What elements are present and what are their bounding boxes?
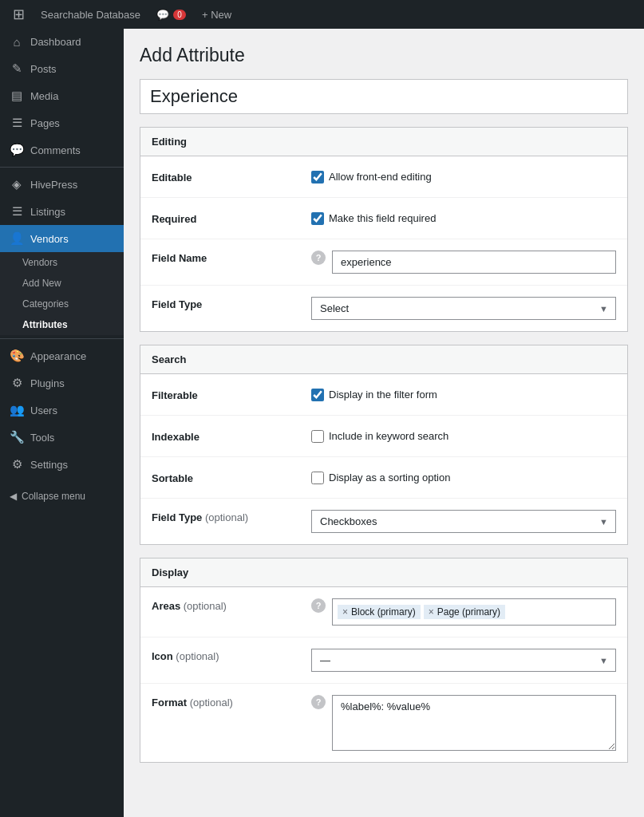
sidebar-sub-vendors[interactable]: Vendors xyxy=(0,252,124,273)
filterable-checkbox-text: Display in the filter form xyxy=(329,389,437,401)
sidebar-item-appearance[interactable]: 🎨 Appearance xyxy=(0,342,124,369)
sidebar-label-comments: Comments xyxy=(30,144,81,156)
field-type-editing-control: Select Text Textarea Number Checkbox Che… xyxy=(311,297,616,320)
sidebar-item-tools[interactable]: 🔧 Tools xyxy=(0,424,124,451)
areas-help-icon[interactable]: ? xyxy=(311,598,326,613)
collapse-icon: ◀ xyxy=(10,491,17,502)
media-icon: ▤ xyxy=(10,89,24,103)
sidebar-label-settings: Settings xyxy=(30,459,68,471)
sidebar: ⌂ Dashboard ✎ Posts ▤ Media ☰ Pages 💬 Co… xyxy=(0,29,124,817)
format-label: Format (optional) xyxy=(152,695,311,708)
sidebar-label-appearance: Appearance xyxy=(30,350,86,362)
new-bar-item[interactable]: + New xyxy=(196,0,238,29)
sidebar-sub-add-new[interactable]: Add New xyxy=(0,273,124,294)
sidebar-item-users[interactable]: 👥 Users xyxy=(0,397,124,424)
comments-menu-icon: 💬 xyxy=(10,143,24,157)
editable-checkbox[interactable] xyxy=(311,171,324,184)
sidebar-item-dashboard[interactable]: ⌂ Dashboard xyxy=(0,29,124,55)
sidebar-label-plugins: Plugins xyxy=(30,377,65,389)
tag-label-block: Block (primary) xyxy=(351,606,416,618)
tag-x-page[interactable]: × xyxy=(429,606,434,618)
icon-row: Icon (optional) — ▼ xyxy=(140,637,627,684)
indexable-control: Include in keyword search xyxy=(311,430,616,443)
sidebar-item-hivepress[interactable]: ◈ HivePress xyxy=(0,171,124,198)
field-type-editing-label: Field Type xyxy=(152,297,311,310)
new-label: + New xyxy=(202,9,231,21)
field-name-input[interactable] xyxy=(332,251,616,274)
editable-checkbox-label[interactable]: Allow front-end editing xyxy=(311,171,432,184)
sidebar-item-media[interactable]: ▤ Media xyxy=(0,82,124,109)
collapse-menu-button[interactable]: ◀ Collapse menu xyxy=(0,484,124,508)
filterable-label: Filterable xyxy=(152,388,311,401)
tag-block-primary: × Block (primary) xyxy=(338,605,421,619)
field-name-help-icon[interactable]: ? xyxy=(311,251,326,265)
search-field-type-select[interactable]: Checkboxes Select Radio Range Text xyxy=(311,510,616,533)
listings-icon: ☰ xyxy=(10,204,24,219)
sortable-checkbox[interactable] xyxy=(311,472,324,484)
search-panel: Search Filterable Display in the filter … xyxy=(140,345,628,545)
required-checkbox-label[interactable]: Make this field required xyxy=(311,212,436,225)
icon-select[interactable]: — xyxy=(311,649,616,672)
sidebar-item-plugins[interactable]: ⚙ Plugins xyxy=(0,369,124,397)
sidebar-item-pages[interactable]: ☰ Pages xyxy=(0,109,124,136)
indexable-checkbox[interactable] xyxy=(311,430,324,443)
field-type-editing-select[interactable]: Select Text Textarea Number Checkbox Che… xyxy=(311,297,616,320)
sidebar-item-comments[interactable]: 💬 Comments xyxy=(0,136,124,164)
sidebar-item-listings[interactable]: ☰ Listings xyxy=(0,198,124,225)
areas-label: Areas (optional) xyxy=(152,598,311,612)
indexable-checkbox-label[interactable]: Include in keyword search xyxy=(311,430,448,443)
field-type-editing-select-wrap: Select Text Textarea Number Checkbox Che… xyxy=(311,297,616,320)
format-textarea[interactable]: %label%: %value% xyxy=(332,695,616,751)
display-panel-body: Areas (optional) ? × Block (primary) × P… xyxy=(140,587,627,762)
site-name-bar[interactable]: Searchable Database xyxy=(34,0,147,29)
sidebar-label-users: Users xyxy=(30,405,57,416)
comments-bar-item[interactable]: 💬 0 xyxy=(150,0,192,29)
areas-tags-input[interactable]: × Block (primary) × Page (primary) xyxy=(332,598,616,626)
sortable-row: Sortable Display as a sorting option xyxy=(140,457,627,499)
admin-bar: ⊞ Searchable Database 💬 0 + New xyxy=(0,0,644,29)
vendors-submenu: Vendors Add New Categories Attributes xyxy=(0,252,124,335)
icon-select-wrap: — ▼ xyxy=(311,649,616,672)
main-content: Add Attribute Editing Editable Allow fro… xyxy=(124,29,644,817)
search-field-type-control: Checkboxes Select Radio Range Text ▼ xyxy=(311,510,616,533)
search-field-type-select-wrap: Checkboxes Select Radio Range Text ▼ xyxy=(311,510,616,533)
wp-logo[interactable]: ⊞ xyxy=(6,0,31,29)
sidebar-label-hivepress: HivePress xyxy=(30,179,77,191)
filterable-checkbox-label[interactable]: Display in the filter form xyxy=(311,389,437,401)
indexable-checkbox-text: Include in keyword search xyxy=(329,430,448,442)
sidebar-label-posts: Posts xyxy=(30,63,57,75)
indexable-row: Indexable Include in keyword search xyxy=(140,416,627,457)
sidebar-item-posts[interactable]: ✎ Posts xyxy=(0,55,124,82)
sidebar-divider-2 xyxy=(0,338,124,339)
sidebar-label-media: Media xyxy=(30,90,58,102)
required-label: Required xyxy=(152,211,311,225)
tag-x-block[interactable]: × xyxy=(342,606,348,618)
sidebar-sub-categories[interactable]: Categories xyxy=(0,294,124,314)
editable-checkbox-text: Allow front-end editing xyxy=(329,171,432,183)
sortable-label: Sortable xyxy=(152,471,311,484)
vendors-icon: 👤 xyxy=(10,231,24,246)
appearance-icon: 🎨 xyxy=(10,349,24,363)
search-panel-header: Search xyxy=(140,345,627,374)
tag-label-page: Page (primary) xyxy=(437,606,500,618)
areas-control: ? × Block (primary) × Page (primary) xyxy=(311,598,616,626)
field-name-label: Field Name xyxy=(152,251,311,264)
plugins-icon: ⚙ xyxy=(10,376,24,390)
format-help-icon[interactable]: ? xyxy=(311,695,326,709)
sidebar-item-settings[interactable]: ⚙ Settings xyxy=(0,451,124,478)
sortable-checkbox-label[interactable]: Display as a sorting option xyxy=(311,472,450,484)
sidebar-sub-attributes[interactable]: Attributes xyxy=(0,314,124,335)
comments-count: 0 xyxy=(173,10,186,20)
page-title: Add Attribute xyxy=(140,45,628,66)
collapse-label: Collapse menu xyxy=(22,491,85,502)
site-name-label: Searchable Database xyxy=(41,9,140,21)
indexable-label: Indexable xyxy=(152,429,311,443)
required-checkbox[interactable] xyxy=(311,212,324,225)
format-row: Format (optional) ? %label%: %value% xyxy=(140,684,627,762)
sidebar-item-vendors[interactable]: 👤 Vendors xyxy=(0,225,124,252)
filterable-checkbox[interactable] xyxy=(311,389,324,401)
tag-page-primary: × Page (primary) xyxy=(424,605,505,619)
sortable-control: Display as a sorting option xyxy=(311,472,616,484)
attribute-name-input[interactable] xyxy=(140,79,628,114)
settings-icon: ⚙ xyxy=(10,457,24,472)
